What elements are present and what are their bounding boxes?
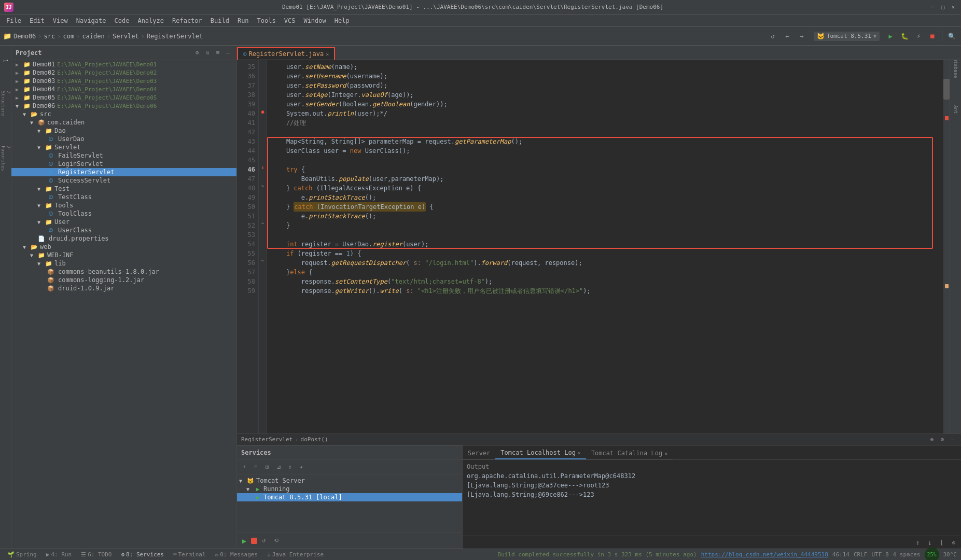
menu-navigate[interactable]: Navigate <box>72 16 110 25</box>
status-java-enterprise[interactable]: ☕ Java Enterprise <box>264 550 327 559</box>
close-button[interactable]: ✕ <box>950 4 957 11</box>
zoom-indicator[interactable]: 25% <box>925 548 939 561</box>
toolbar-forward-btn[interactable]: → <box>796 30 808 43</box>
log-tab-localhost[interactable]: Tomcat Localhost Log ✕ <box>495 447 586 459</box>
project-view-icon[interactable]: 1 <box>0 48 11 74</box>
tree-demo01[interactable]: ▶ 📁 Demo01 E:\JAVA_Project\JAVAEE\Demo01 <box>11 60 236 68</box>
svc-running[interactable]: ▼ ▶ Running <box>237 485 462 493</box>
eb-file[interactable]: RegisterServlet <box>241 436 293 443</box>
menu-tools[interactable]: Tools <box>253 16 280 25</box>
scroll-bottom-btn[interactable]: ⌊ <box>937 537 947 548</box>
project-hide-icon[interactable]: – <box>224 49 232 57</box>
status-charset[interactable]: UTF-8 <box>871 551 888 558</box>
build-btn[interactable]: ▶ <box>884 30 897 43</box>
tree-testclass[interactable]: © TestClass <box>11 193 236 201</box>
tree-tools-folder[interactable]: ▼ 📁 Tools <box>11 201 236 209</box>
tree-druid[interactable]: 📄 druid.properties <box>11 234 236 243</box>
svc-tomcat-server[interactable]: ▼ 🐱 Tomcat Server <box>237 477 462 485</box>
scroll-up-btn[interactable]: ↑ <box>913 537 923 548</box>
svc-sort-btn[interactable]: ↕ <box>285 462 295 472</box>
tree-servlet-folder[interactable]: ▼ 📁 Servlet <box>11 143 236 151</box>
toolbar-back-btn[interactable]: ← <box>781 30 793 43</box>
ant-icon[interactable]: Ant <box>951 105 960 114</box>
tree-toolclass[interactable]: © ToolClass <box>11 209 236 218</box>
tree-demo03[interactable]: ▶ 📁 Demo03 E:\JAVA_Project\JAVAEE\Demo03 <box>11 77 236 85</box>
tree-webinf-folder[interactable]: ▼ 📁 WEB-INF <box>11 251 236 259</box>
status-messages[interactable]: ✉ 0: Messages <box>212 550 261 559</box>
tree-demo05[interactable]: ▶ 📁 Demo05 E:\JAVA_Project\JAVAEE\Demo05 <box>11 93 236 102</box>
eb-settings-icon[interactable]: ⊕ <box>928 436 936 444</box>
toolbar-file[interactable]: RegisterServlet <box>147 33 203 40</box>
svc-restart-btn[interactable]: ↺ <box>259 536 269 546</box>
tree-druid-jar[interactable]: 📦 druid-1.0.9.jar <box>11 284 236 292</box>
status-services[interactable]: ⚙ 8: Services <box>118 550 166 559</box>
menu-edit[interactable]: Edit <box>25 16 49 25</box>
status-terminal[interactable]: ⌨ Terminal <box>170 550 209 559</box>
tree-com-caiden[interactable]: ▼ 📦 com.caiden <box>11 118 236 127</box>
log-tab-catalina[interactable]: Tomcat Catalina Log ✕ <box>586 447 673 459</box>
tree-user-folder[interactable]: ▼ 📁 User <box>11 218 236 226</box>
svc-tomcat-local[interactable]: ▶ Tomcat 8.5.31 [local] <box>237 493 462 501</box>
project-gear-icon[interactable]: ≡ <box>214 49 222 57</box>
tree-faileservlet[interactable]: © FaileServlet <box>11 151 236 160</box>
toolbar-src[interactable]: src <box>44 33 55 40</box>
svc-new-btn[interactable]: ✦ <box>296 462 307 472</box>
eb-hide-icon[interactable]: – <box>949 436 957 444</box>
status-encoding[interactable]: CRLF <box>854 551 868 558</box>
database-icon[interactable]: Database <box>951 62 960 72</box>
debug-btn[interactable]: 🐛 <box>898 30 911 43</box>
svc-stop-btn[interactable] <box>251 538 257 544</box>
menu-refactor[interactable]: Refactor <box>168 16 206 25</box>
menu-help[interactable]: Help <box>330 16 354 25</box>
registerservlet-tab[interactable]: © RegisterServlet.java ✕ <box>237 47 335 60</box>
project-settings-icon[interactable]: ⚙ <box>193 49 201 57</box>
svc-run-btn[interactable]: ▶ <box>239 536 249 546</box>
tomcat-config[interactable]: 🐱 Tomcat 8.5.31 ▼ <box>814 32 880 41</box>
tree-src[interactable]: ▼ 📂 src <box>11 110 236 118</box>
status-run[interactable]: ▶ 4: Run <box>43 550 75 559</box>
tree-lib-folder[interactable]: ▼ 📁 lib <box>11 259 236 268</box>
status-spaces[interactable]: 4 spaces <box>893 551 921 558</box>
stop-btn[interactable]: ⏹ <box>926 30 939 43</box>
toolbar-caiden[interactable]: caiden <box>82 33 104 40</box>
scrollbar-thumb[interactable] <box>943 79 950 100</box>
log-tab-server[interactable]: Server <box>463 447 495 459</box>
menu-view[interactable]: View <box>49 16 72 25</box>
svc-list-btn[interactable]: ≡ <box>250 462 261 472</box>
maximize-button[interactable]: □ <box>939 4 946 11</box>
menu-analyze[interactable]: Analyze <box>133 16 168 25</box>
menu-run[interactable]: Run <box>233 16 253 25</box>
catalina-tab-close[interactable]: ✕ <box>664 451 667 456</box>
svc-redeploy-btn[interactable]: ⟲ <box>271 536 281 546</box>
svc-add-btn[interactable]: + <box>239 462 249 472</box>
toolbar-update-btn[interactable]: ↺ <box>767 30 779 43</box>
csdn-link[interactable]: https://blog.csdn.net/weixin_44449518 <box>701 551 828 558</box>
menu-code[interactable]: Code <box>110 16 134 25</box>
run-coverage-btn[interactable]: ⚡ <box>912 30 925 43</box>
tree-test-folder[interactable]: ▼ 📁 Test <box>11 185 236 193</box>
scrollbar[interactable] <box>943 60 950 433</box>
status-spring[interactable]: 🌱 Spring <box>4 550 40 559</box>
project-expand-icon[interactable]: ⇅ <box>203 49 212 57</box>
tree-userclass[interactable]: © UserClass <box>11 226 236 234</box>
menu-file[interactable]: File <box>2 16 25 25</box>
structure-icon[interactable]: Z-Structure <box>1 99 10 108</box>
minimize-button[interactable]: ─ <box>929 4 936 11</box>
status-todo[interactable]: ☰ 6: TODO <box>78 550 115 559</box>
tree-registerservlet[interactable]: © RegisterServlet <box>11 168 236 176</box>
tree-beanutils[interactable]: 📦 commons-beanutils-1.8.0.jar <box>11 268 236 276</box>
svc-group-btn[interactable]: ⊞ <box>262 462 272 472</box>
eb-gear-icon[interactable]: ⚙ <box>938 436 946 444</box>
clear-log-btn[interactable]: ⊗ <box>949 537 959 548</box>
tree-web-folder[interactable]: ▼ 📂 web <box>11 243 236 251</box>
menu-vcs[interactable]: VCS <box>280 16 300 25</box>
toolbar-servlet[interactable]: Servlet <box>113 33 139 40</box>
svc-filter-btn[interactable]: ⊿ <box>273 462 284 472</box>
tree-dao[interactable]: ▼ 📁 Dao <box>11 127 236 135</box>
eb-method[interactable]: doPost() <box>301 436 328 443</box>
tree-loginservlet[interactable]: © LoginServlet <box>11 160 236 168</box>
toolbar-demo06[interactable]: Demo06 <box>13 33 36 40</box>
code-area[interactable]: user.setName(name); user.setUsername(use… <box>267 60 943 433</box>
menu-build[interactable]: Build <box>206 16 233 25</box>
tree-demo04[interactable]: ▶ 📁 Demo04 E:\JAVA_Project\JAVAEE\Demo04 <box>11 85 236 93</box>
